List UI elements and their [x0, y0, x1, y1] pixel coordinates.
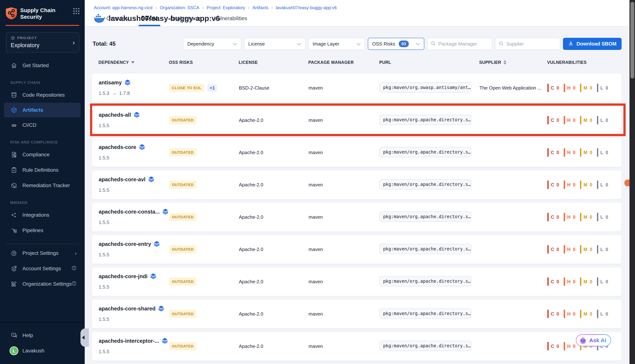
sidebar-item-help[interactable]: ? Help [0, 328, 85, 343]
severity-bar [547, 278, 549, 286]
sidebar-item-ci-cd[interactable]: ∞CI/CD [0, 118, 85, 133]
purl-value[interactable]: pkg:maven/org.apache.directory.s… [379, 179, 471, 190]
severity-label: C 0 [551, 150, 560, 155]
severity-bar [564, 84, 565, 92]
sidebar-user[interactable]: L Lavakush [0, 343, 85, 358]
tab-deployments[interactable]: Deployments [169, 16, 202, 26]
table-row[interactable]: apacheds-core-jndi1.5.5OUTDATEDApache-2.… [92, 267, 621, 296]
table-row[interactable]: apacheds-core-avl1.5.5OUTDATEDApache-2.0… [92, 170, 621, 199]
breadcrumb-separator-icon: › [271, 5, 273, 10]
column-header-dependency[interactable]: DEPENDENCY [98, 60, 169, 65]
table-row[interactable]: apacheds-core1.5.5OUTDATEDApache-2.0mave… [92, 138, 621, 167]
sidebar-item-rule-definitions[interactable]: Rule Definitions [0, 162, 85, 178]
risk-badge[interactable]: OUTDATED [169, 116, 196, 124]
box-wrench-icon [10, 182, 18, 189]
purl-value[interactable]: pkg:maven/org.owasp.antisamy/ant… [379, 82, 471, 93]
breadcrumb-item[interactable]: Account: app-harness-ng-cicd [94, 5, 152, 10]
table-row[interactable]: apacheds-core-consta...1.5.5OUTDATEDApac… [92, 202, 621, 232]
risk-badge[interactable]: OUTDATED [169, 181, 196, 189]
table-row[interactable]: apacheds-core-entry1.5.5OUTDATEDApache-2… [92, 235, 621, 264]
ask-ai-button[interactable]: Ask AI [576, 334, 611, 346]
table-row[interactable]: apacheds-interceptor-...1.5.5OUTDATEDApa… [92, 332, 621, 361]
risk-badge[interactable]: OUTDATED [169, 342, 196, 350]
breadcrumb-item[interactable]: Project: Exploratory [207, 5, 245, 10]
sidebar-item-organization-settings[interactable]: Organization Settings [0, 276, 85, 292]
table-row[interactable]: apacheds-all1.5.5OUTDATEDApache-2.0maven… [92, 106, 621, 135]
tab-sbom[interactable]: SBOM [140, 16, 159, 26]
vulnerability-count-c: C 0 [547, 310, 560, 318]
tab-overview[interactable]: Overview [105, 16, 130, 26]
purl-value[interactable]: pkg:maven/org.apache.directory.s… [379, 115, 471, 125]
column-header-label: DEPENDENCY [98, 60, 129, 65]
severity-bar [564, 148, 565, 157]
column-header-vulnerabilities[interactable]: VULNERABILITIES [547, 60, 621, 65]
filter-dropdown-oss-risks[interactable]: OSS Risks03 [368, 38, 424, 50]
filter-dropdown-license[interactable]: License [244, 38, 306, 50]
risk-badge[interactable]: OUTDATED [169, 213, 196, 221]
column-header-supplier[interactable]: SUPPLIER [479, 60, 547, 65]
risk-badge[interactable]: +1 [207, 84, 217, 92]
download-sbom-button[interactable]: Download SBOM [563, 38, 622, 50]
chevron-down-icon [297, 41, 301, 47]
risk-badge[interactable]: OUTDATED [169, 310, 196, 318]
purl-value[interactable]: pkg:maven/org.apache.directory.s… [379, 212, 471, 222]
scrollbar-thumb[interactable] [630, 2, 634, 78]
sidebar-collapse-handle[interactable] [81, 328, 89, 347]
project-selector[interactable]: PROJECT Exploratory › [6, 32, 79, 53]
risk-badge[interactable]: OUTDATED [169, 148, 196, 156]
sidebar-item-label: Rule Definitions [23, 167, 58, 173]
sidebar-bottom: ? Help L Lavakush [0, 322, 85, 364]
sidebar-item-code-repositories[interactable]: Code Repositories [0, 87, 85, 103]
sidebar-item-account-settings[interactable]: Account Settings [0, 261, 85, 276]
sidebar-item-project-settings[interactable]: Project Settings› [0, 246, 85, 261]
infinity-icon: ∞ [10, 122, 18, 129]
sidebar-item-integrations[interactable]: Integrations [0, 207, 85, 223]
column-header-license[interactable]: LICENSE [239, 60, 308, 65]
severity-bar [580, 116, 581, 124]
column-header-oss-risks[interactable]: OSS RISKS [169, 60, 239, 65]
search-input[interactable] [439, 41, 489, 47]
sidebar-item-compliance[interactable]: Compliance [0, 147, 85, 162]
risk-badge[interactable]: OUTDATED [169, 245, 196, 253]
app-switcher-grid-icon[interactable] [73, 8, 80, 14]
sort-icon [503, 60, 506, 64]
purl-value[interactable]: pkg:maven/org.apache.directory.s… [379, 147, 471, 157]
purl-value[interactable]: pkg:maven/org.apache.directory.s… [379, 244, 471, 254]
tab-bar: OverviewSBOMDeploymentsVulnerabilities [105, 16, 248, 26]
risk-badge[interactable]: CLOSE TO EOL [169, 84, 204, 92]
content: Total: 45 DependencyLicenseImage LayerOS… [85, 26, 635, 364]
tab-vulnerabilities[interactable]: Vulnerabilities [213, 16, 248, 26]
search-input[interactable] [506, 41, 557, 47]
severity-label: L 0 [600, 247, 609, 252]
sidebar-item-pipelines[interactable]: Pipelines [0, 223, 85, 238]
version-upgrade: 1.7.8 [119, 90, 130, 96]
purl-value[interactable]: pkg:maven/org.apache.directory.s… [379, 341, 471, 351]
upgrade-arrow-icon: → [112, 90, 117, 96]
filter-dropdown-image-layer[interactable]: Image Layer [308, 38, 365, 50]
breadcrumb-item[interactable]: Artifacts [253, 5, 268, 10]
severity-bar [580, 245, 581, 254]
column-header-purl[interactable]: PURL [379, 60, 479, 65]
breadcrumb-item[interactable]: Organization: SSCA [160, 5, 199, 10]
main-area: Account: app-harness-ng-cicd›Organizatio… [85, 0, 635, 364]
filter-dropdown-dependency[interactable]: Dependency [183, 38, 241, 50]
table-row[interactable]: apacheds-core-shared1.5.5OUTDATEDApache-… [92, 300, 621, 328]
sidebar-item-remediation-tracker[interactable]: Remediation Tracker [0, 178, 85, 193]
purl-value[interactable]: pkg:maven/org.apache.directory.s… [379, 308, 471, 319]
avatar: L [10, 346, 18, 355]
risk-badge[interactable]: OUTDATED [169, 278, 196, 286]
sidebar-item-artifacts[interactable]: Artifacts [4, 103, 81, 118]
scrollbar-track[interactable] [629, 0, 635, 364]
package-manager-cell: maven [309, 118, 379, 123]
table-header: DEPENDENCYOSS RISKSLICENSEPACKAGE MANAGE… [92, 58, 621, 66]
table-row[interactable]: antisamy1.5.3→1.7.8CLOSE TO EOL+1BSD-2-C… [92, 74, 621, 102]
sidebar-nav: Get StartedSUPPLY CHAINCode Repositories… [0, 53, 85, 238]
column-header-package-manager[interactable]: PACKAGE MANAGER [308, 60, 379, 65]
breadcrumb-item[interactable]: lavakush07/easy-buggy-app:v6 [276, 5, 337, 10]
purl-cell: pkg:maven/org.apache.directory.s… [379, 147, 479, 158]
sidebar-item-get-started[interactable]: Get Started [0, 58, 85, 73]
download-icon [568, 40, 574, 47]
purl-value[interactable]: pkg:maven/org.apache.directory.s… [379, 276, 471, 286]
app-title: Supply Chain Security [20, 7, 73, 20]
info-icon [72, 266, 77, 272]
